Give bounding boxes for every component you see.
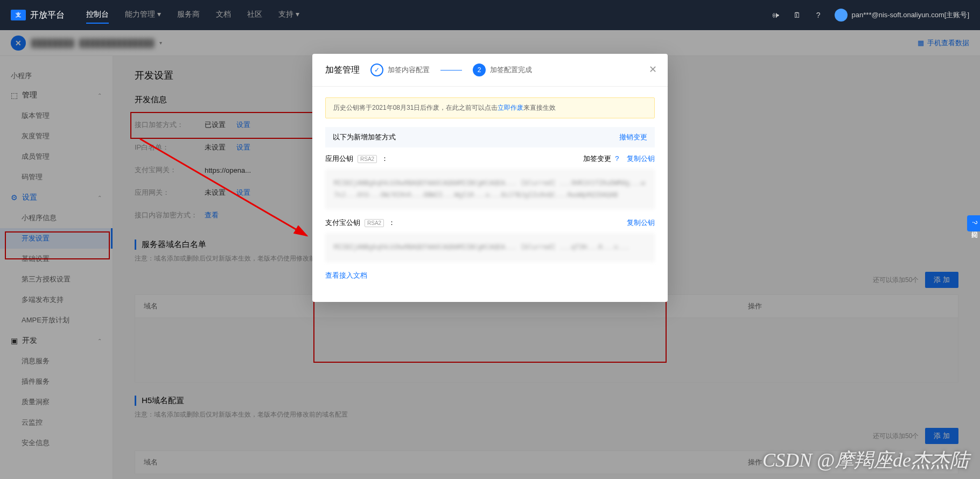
help-icon[interactable]: ? [813,10,824,20]
logo[interactable]: 支 开放平台 [11,10,65,21]
feedback-tab[interactable]: ? 提问 [967,215,980,231]
nav-console[interactable]: 控制台 [86,6,109,24]
step-connector [440,70,462,71]
app-key-row: 应用公钥 RSA2 ： 加签变更 ? 复制公钥 [325,154,655,164]
user-label: pan***@nis-soft.onaliyun.com[主账号] [852,10,969,20]
sound-icon[interactable]: 🕪 [770,10,781,20]
user-menu[interactable]: pan***@nis-soft.onaliyun.com[主账号] [835,9,969,22]
watermark: CSDN @摩羯座de杰杰陆 [762,447,969,474]
step-1: ✓ 加签内容配置 [370,64,430,76]
close-icon[interactable]: ✕ [649,64,657,75]
top-nav: 控制台 能力管理 ▾ 服务商 文档 社区 支持 ▾ [86,6,299,24]
nav-community[interactable]: 社区 [247,6,262,24]
sign-change-text: 加签变更 [583,154,611,163]
message-icon[interactable]: 🗓 [792,10,802,20]
app-key-label: 应用公钥 [325,154,353,164]
avatar-icon [835,9,848,22]
sub-bar: 以下为新增加签方式 撤销变更 [325,127,655,147]
alipay-key-text: MIIBIjANBgkqhkiG9w0BAQEFAAOCAQ8AMIIBCgKC… [325,233,655,262]
step-number-icon: 2 [473,64,486,76]
invalidate-link[interactable]: 立即作废 [498,104,523,111]
rsa2-tag: RSA2 [365,219,384,227]
alipay-logo-icon: 支 [11,10,26,20]
nav-ability[interactable]: 能力管理 ▾ [125,6,161,24]
nav-support[interactable]: 支持 ▾ [278,6,299,24]
nav-docs[interactable]: 文档 [216,6,231,24]
copy-app-key-link[interactable]: 复制公钥 [627,154,655,163]
top-header: 支 开放平台 控制台 能力管理 ▾ 服务商 文档 社区 支持 ▾ 🕪 🗓 ? p… [0,0,980,30]
platform-name: 开放平台 [30,10,65,21]
modal-body: 历史公钥将于2021年08月31日后作废，在此之前可以点击立即作废来直接生效 以… [312,87,668,291]
modal-header: 加签管理 ✓ 加签内容配置 2 加签配置完成 ✕ [312,54,668,87]
check-icon: ✓ [370,64,383,76]
modal-title: 加签管理 [325,65,360,76]
step-2: 2 加签配置完成 [473,64,532,76]
view-doc-link[interactable]: 查看接入文档 [325,271,367,279]
copy-alipay-key-link[interactable]: 复制公钥 [627,218,655,228]
app-key-text: MIIBIjANBgkqhkiG9w0BAQEFAAOCAQ8AMIIBCgKC… [325,169,655,209]
revoke-change-link[interactable]: 撤销变更 [619,132,647,142]
notice-banner: 历史公钥将于2021年08月31日后作废，在此之前可以点击立即作废来直接生效 [325,97,655,118]
rsa2-tag: RSA2 [358,155,377,163]
header-right: 🕪 🗓 ? pan***@nis-soft.onaliyun.com[主账号] [770,9,969,22]
alipay-key-row: 支付宝公钥 RSA2 ： 复制公钥 [325,218,655,228]
nav-isv[interactable]: 服务商 [177,6,200,24]
sign-manage-modal: 加签管理 ✓ 加签内容配置 2 加签配置完成 ✕ 历史公钥将于2021年08月3… [312,54,668,302]
alipay-key-label: 支付宝公钥 [325,218,360,228]
